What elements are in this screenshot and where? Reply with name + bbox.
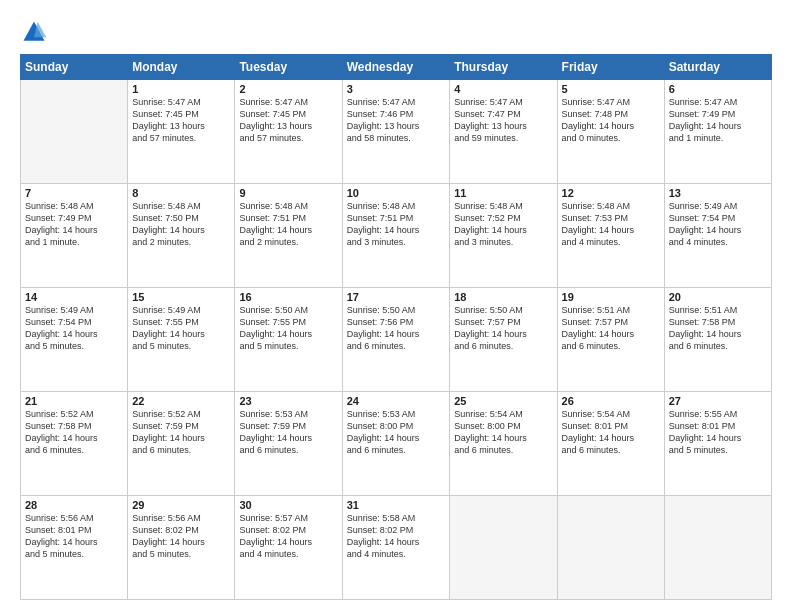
day-number: 19 bbox=[562, 291, 660, 303]
logo-icon bbox=[20, 18, 48, 46]
day-cell: 13Sunrise: 5:49 AM Sunset: 7:54 PM Dayli… bbox=[664, 184, 771, 288]
day-number: 14 bbox=[25, 291, 123, 303]
day-info: Sunrise: 5:52 AM Sunset: 7:59 PM Dayligh… bbox=[132, 408, 230, 457]
day-info: Sunrise: 5:49 AM Sunset: 7:54 PM Dayligh… bbox=[25, 304, 123, 353]
day-info: Sunrise: 5:48 AM Sunset: 7:52 PM Dayligh… bbox=[454, 200, 552, 249]
day-cell: 10Sunrise: 5:48 AM Sunset: 7:51 PM Dayli… bbox=[342, 184, 450, 288]
day-number: 25 bbox=[454, 395, 552, 407]
day-info: Sunrise: 5:50 AM Sunset: 7:57 PM Dayligh… bbox=[454, 304, 552, 353]
day-info: Sunrise: 5:47 AM Sunset: 7:45 PM Dayligh… bbox=[239, 96, 337, 145]
day-number: 23 bbox=[239, 395, 337, 407]
day-cell: 15Sunrise: 5:49 AM Sunset: 7:55 PM Dayli… bbox=[128, 288, 235, 392]
day-number: 4 bbox=[454, 83, 552, 95]
day-cell: 25Sunrise: 5:54 AM Sunset: 8:00 PM Dayli… bbox=[450, 392, 557, 496]
day-info: Sunrise: 5:52 AM Sunset: 7:58 PM Dayligh… bbox=[25, 408, 123, 457]
week-row-5: 28Sunrise: 5:56 AM Sunset: 8:01 PM Dayli… bbox=[21, 496, 772, 600]
day-cell: 8Sunrise: 5:48 AM Sunset: 7:50 PM Daylig… bbox=[128, 184, 235, 288]
day-info: Sunrise: 5:48 AM Sunset: 7:51 PM Dayligh… bbox=[347, 200, 446, 249]
calendar-header-row: SundayMondayTuesdayWednesdayThursdayFrid… bbox=[21, 55, 772, 80]
day-cell: 12Sunrise: 5:48 AM Sunset: 7:53 PM Dayli… bbox=[557, 184, 664, 288]
day-number: 2 bbox=[239, 83, 337, 95]
day-info: Sunrise: 5:47 AM Sunset: 7:48 PM Dayligh… bbox=[562, 96, 660, 145]
header bbox=[20, 18, 772, 46]
day-cell bbox=[450, 496, 557, 600]
day-info: Sunrise: 5:47 AM Sunset: 7:46 PM Dayligh… bbox=[347, 96, 446, 145]
day-cell: 6Sunrise: 5:47 AM Sunset: 7:49 PM Daylig… bbox=[664, 80, 771, 184]
day-cell: 19Sunrise: 5:51 AM Sunset: 7:57 PM Dayli… bbox=[557, 288, 664, 392]
day-info: Sunrise: 5:53 AM Sunset: 7:59 PM Dayligh… bbox=[239, 408, 337, 457]
day-cell: 18Sunrise: 5:50 AM Sunset: 7:57 PM Dayli… bbox=[450, 288, 557, 392]
day-number: 9 bbox=[239, 187, 337, 199]
day-info: Sunrise: 5:54 AM Sunset: 8:01 PM Dayligh… bbox=[562, 408, 660, 457]
day-number: 6 bbox=[669, 83, 767, 95]
day-cell: 27Sunrise: 5:55 AM Sunset: 8:01 PM Dayli… bbox=[664, 392, 771, 496]
day-cell: 3Sunrise: 5:47 AM Sunset: 7:46 PM Daylig… bbox=[342, 80, 450, 184]
day-number: 21 bbox=[25, 395, 123, 407]
page: SundayMondayTuesdayWednesdayThursdayFrid… bbox=[0, 0, 792, 612]
day-cell: 29Sunrise: 5:56 AM Sunset: 8:02 PM Dayli… bbox=[128, 496, 235, 600]
day-number: 20 bbox=[669, 291, 767, 303]
day-cell: 4Sunrise: 5:47 AM Sunset: 7:47 PM Daylig… bbox=[450, 80, 557, 184]
day-number: 27 bbox=[669, 395, 767, 407]
day-cell: 28Sunrise: 5:56 AM Sunset: 8:01 PM Dayli… bbox=[21, 496, 128, 600]
day-header-monday: Monday bbox=[128, 55, 235, 80]
day-cell: 1Sunrise: 5:47 AM Sunset: 7:45 PM Daylig… bbox=[128, 80, 235, 184]
day-number: 29 bbox=[132, 499, 230, 511]
day-info: Sunrise: 5:51 AM Sunset: 7:57 PM Dayligh… bbox=[562, 304, 660, 353]
day-cell: 26Sunrise: 5:54 AM Sunset: 8:01 PM Dayli… bbox=[557, 392, 664, 496]
day-number: 26 bbox=[562, 395, 660, 407]
day-cell: 17Sunrise: 5:50 AM Sunset: 7:56 PM Dayli… bbox=[342, 288, 450, 392]
day-number: 5 bbox=[562, 83, 660, 95]
day-info: Sunrise: 5:48 AM Sunset: 7:53 PM Dayligh… bbox=[562, 200, 660, 249]
day-cell: 2Sunrise: 5:47 AM Sunset: 7:45 PM Daylig… bbox=[235, 80, 342, 184]
week-row-2: 7Sunrise: 5:48 AM Sunset: 7:49 PM Daylig… bbox=[21, 184, 772, 288]
day-cell: 31Sunrise: 5:58 AM Sunset: 8:02 PM Dayli… bbox=[342, 496, 450, 600]
day-cell bbox=[664, 496, 771, 600]
day-cell: 7Sunrise: 5:48 AM Sunset: 7:49 PM Daylig… bbox=[21, 184, 128, 288]
day-number: 10 bbox=[347, 187, 446, 199]
day-number: 28 bbox=[25, 499, 123, 511]
day-header-saturday: Saturday bbox=[664, 55, 771, 80]
day-cell: 21Sunrise: 5:52 AM Sunset: 7:58 PM Dayli… bbox=[21, 392, 128, 496]
week-row-4: 21Sunrise: 5:52 AM Sunset: 7:58 PM Dayli… bbox=[21, 392, 772, 496]
day-cell bbox=[21, 80, 128, 184]
day-number: 24 bbox=[347, 395, 446, 407]
day-info: Sunrise: 5:55 AM Sunset: 8:01 PM Dayligh… bbox=[669, 408, 767, 457]
day-number: 11 bbox=[454, 187, 552, 199]
day-header-tuesday: Tuesday bbox=[235, 55, 342, 80]
day-info: Sunrise: 5:50 AM Sunset: 7:55 PM Dayligh… bbox=[239, 304, 337, 353]
day-number: 18 bbox=[454, 291, 552, 303]
day-number: 30 bbox=[239, 499, 337, 511]
day-info: Sunrise: 5:48 AM Sunset: 7:49 PM Dayligh… bbox=[25, 200, 123, 249]
logo bbox=[20, 18, 52, 46]
day-number: 8 bbox=[132, 187, 230, 199]
day-info: Sunrise: 5:48 AM Sunset: 7:50 PM Dayligh… bbox=[132, 200, 230, 249]
day-cell: 23Sunrise: 5:53 AM Sunset: 7:59 PM Dayli… bbox=[235, 392, 342, 496]
day-number: 1 bbox=[132, 83, 230, 95]
day-cell bbox=[557, 496, 664, 600]
day-cell: 9Sunrise: 5:48 AM Sunset: 7:51 PM Daylig… bbox=[235, 184, 342, 288]
day-cell: 16Sunrise: 5:50 AM Sunset: 7:55 PM Dayli… bbox=[235, 288, 342, 392]
day-cell: 22Sunrise: 5:52 AM Sunset: 7:59 PM Dayli… bbox=[128, 392, 235, 496]
day-info: Sunrise: 5:54 AM Sunset: 8:00 PM Dayligh… bbox=[454, 408, 552, 457]
day-cell: 14Sunrise: 5:49 AM Sunset: 7:54 PM Dayli… bbox=[21, 288, 128, 392]
day-cell: 5Sunrise: 5:47 AM Sunset: 7:48 PM Daylig… bbox=[557, 80, 664, 184]
day-number: 22 bbox=[132, 395, 230, 407]
day-number: 13 bbox=[669, 187, 767, 199]
day-cell: 30Sunrise: 5:57 AM Sunset: 8:02 PM Dayli… bbox=[235, 496, 342, 600]
day-info: Sunrise: 5:47 AM Sunset: 7:49 PM Dayligh… bbox=[669, 96, 767, 145]
week-row-1: 1Sunrise: 5:47 AM Sunset: 7:45 PM Daylig… bbox=[21, 80, 772, 184]
day-header-friday: Friday bbox=[557, 55, 664, 80]
day-number: 16 bbox=[239, 291, 337, 303]
day-info: Sunrise: 5:49 AM Sunset: 7:55 PM Dayligh… bbox=[132, 304, 230, 353]
day-number: 7 bbox=[25, 187, 123, 199]
day-info: Sunrise: 5:51 AM Sunset: 7:58 PM Dayligh… bbox=[669, 304, 767, 353]
day-header-wednesday: Wednesday bbox=[342, 55, 450, 80]
day-info: Sunrise: 5:49 AM Sunset: 7:54 PM Dayligh… bbox=[669, 200, 767, 249]
day-cell: 20Sunrise: 5:51 AM Sunset: 7:58 PM Dayli… bbox=[664, 288, 771, 392]
day-info: Sunrise: 5:57 AM Sunset: 8:02 PM Dayligh… bbox=[239, 512, 337, 561]
day-info: Sunrise: 5:48 AM Sunset: 7:51 PM Dayligh… bbox=[239, 200, 337, 249]
day-cell: 11Sunrise: 5:48 AM Sunset: 7:52 PM Dayli… bbox=[450, 184, 557, 288]
day-info: Sunrise: 5:56 AM Sunset: 8:02 PM Dayligh… bbox=[132, 512, 230, 561]
day-info: Sunrise: 5:47 AM Sunset: 7:45 PM Dayligh… bbox=[132, 96, 230, 145]
